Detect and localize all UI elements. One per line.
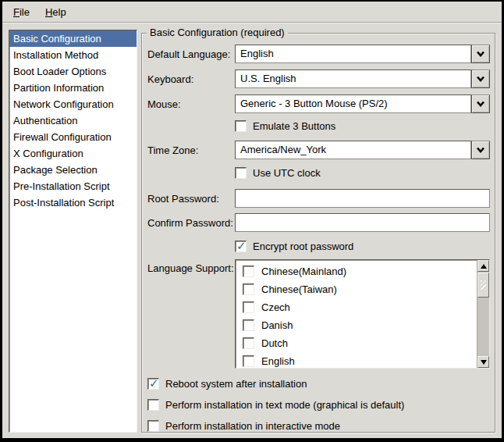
encrypt-root-password-row: Encrypt root password: [235, 240, 490, 253]
root-password-label: Root Password:: [147, 193, 235, 205]
sidebar-item-boot-loader-options[interactable]: Boot Loader Options: [9, 63, 137, 80]
sidebar-item-installation-method[interactable]: Installation Method: [9, 47, 137, 63]
use-utc-row: Use UTC clock: [235, 166, 490, 180]
chevron-down-icon: [476, 98, 485, 110]
language-dutch-label: Dutch: [261, 337, 288, 349]
time-zone-dropdown-button[interactable]: [471, 141, 490, 159]
list-item[interactable]: Chinese(Mainland): [236, 262, 476, 280]
use-utc-label: Use UTC clock: [253, 167, 321, 179]
language-chinese-taiwan-checkbox[interactable]: [243, 283, 254, 295]
sidebar-item-authentication[interactable]: Authentication: [9, 112, 137, 129]
reboot-after-install-label: Reboot system after installation: [165, 378, 307, 390]
confirm-password-field[interactable]: [235, 213, 490, 232]
list-item[interactable]: English: [236, 352, 476, 368]
confirm-password-label: Confirm Password:: [147, 217, 235, 229]
default-language-value[interactable]: English: [235, 45, 471, 63]
language-danish-checkbox[interactable]: [243, 319, 254, 331]
language-support-label: Language Support:: [147, 259, 235, 274]
root-password-field[interactable]: [235, 189, 490, 208]
groupbox-content: Default Language: English Keyboard: U.S.…: [142, 34, 495, 432]
chevron-down-icon: [476, 144, 485, 156]
interactive-mode-install-checkbox[interactable]: [147, 420, 159, 432]
reboot-after-install-checkbox[interactable]: [147, 378, 159, 390]
language-english-checkbox[interactable]: [243, 355, 254, 367]
list-item[interactable]: Czech: [236, 298, 476, 316]
sidebar-item-x-configuration[interactable]: X Configuration: [9, 145, 137, 162]
arrow-down-icon: [481, 360, 487, 365]
language-english-label: English: [261, 355, 295, 367]
sidebar-item-post-installation-script[interactable]: Post-Installation Script: [9, 194, 137, 211]
scroll-up-button[interactable]: [477, 260, 489, 272]
default-language-label: Default Language:: [147, 48, 235, 60]
emulate-3-buttons-row: Emulate 3 Buttons: [235, 119, 490, 133]
keyboard-value[interactable]: U.S. English: [235, 70, 471, 88]
reboot-after-install-row: Reboot system after installation: [147, 377, 490, 390]
encrypt-root-password-checkbox[interactable]: [235, 241, 247, 252]
text-mode-install-label: Perform installation in text mode (graph…: [165, 399, 404, 411]
time-zone-value[interactable]: America/New_York: [235, 141, 471, 159]
list-item[interactable]: Chinese(Taiwan): [236, 280, 476, 298]
list-item[interactable]: Dutch: [236, 334, 476, 352]
text-mode-install-row: Perform installation in text mode (graph…: [147, 398, 490, 412]
sidebar-item-package-selection[interactable]: Package Selection: [9, 162, 137, 178]
chevron-down-icon: [476, 73, 485, 85]
scrollbar-thumb[interactable]: [477, 273, 489, 298]
interactive-mode-install-row: Perform installation in interactive mode: [147, 419, 490, 432]
basic-configuration-groupbox: Basic Configuration (required) Default L…: [141, 33, 495, 433]
sidebar-item-partition-information[interactable]: Partition Information: [9, 80, 137, 96]
language-chinese-mainland-checkbox[interactable]: [243, 266, 254, 277]
default-language-dropdown-button[interactable]: [471, 45, 490, 63]
language-list-scrollbar[interactable]: [477, 260, 489, 368]
interactive-mode-install-label: Perform installation in interactive mode: [165, 420, 340, 432]
menu-file[interactable]: File: [5, 3, 37, 21]
arrow-up-icon: [481, 264, 487, 269]
menu-help[interactable]: Help: [37, 3, 74, 21]
mouse-label: Mouse:: [147, 98, 235, 110]
language-support-list[interactable]: Chinese(Mainland) Chinese(Taiwan) Czech: [235, 259, 490, 369]
sidebar-item-network-configuration[interactable]: Network Configuration: [9, 96, 137, 112]
emulate-3-buttons-label: Emulate 3 Buttons: [253, 120, 335, 132]
language-chinese-taiwan-label: Chinese(Taiwan): [261, 283, 337, 295]
scroll-down-button[interactable]: [477, 356, 489, 368]
kickstart-configurator-window: File Help Basic Configuration Installati…: [0, 0, 504, 442]
keyboard-label: Keyboard:: [147, 73, 235, 85]
sidebar-item-basic-configuration[interactable]: Basic Configuration: [9, 30, 137, 47]
keyboard-combo[interactable]: U.S. English: [235, 70, 490, 88]
emulate-3-buttons-checkbox[interactable]: [235, 120, 247, 132]
chevron-down-icon: [476, 48, 485, 60]
keyboard-dropdown-button[interactable]: [471, 70, 490, 88]
language-danish-label: Danish: [261, 319, 293, 331]
default-language-combo[interactable]: English: [235, 45, 490, 63]
language-chinese-mainland-label: Chinese(Mainland): [261, 266, 346, 277]
text-mode-install-checkbox[interactable]: [147, 399, 159, 411]
sidebar-item-pre-installation-script[interactable]: Pre-Installation Script: [9, 178, 137, 194]
section-list: Basic Configuration Installation Method …: [9, 30, 137, 433]
mouse-value[interactable]: Generic - 3 Button Mouse (PS/2): [235, 94, 471, 113]
use-utc-checkbox[interactable]: [235, 167, 247, 179]
language-support-items: Chinese(Mainland) Chinese(Taiwan) Czech: [236, 262, 476, 368]
list-item[interactable]: Danish: [236, 316, 476, 334]
mouse-dropdown-button[interactable]: [471, 94, 490, 113]
language-czech-checkbox[interactable]: [243, 301, 254, 313]
language-dutch-checkbox[interactable]: [243, 337, 254, 349]
time-zone-combo[interactable]: America/New_York: [235, 141, 490, 159]
mouse-combo[interactable]: Generic - 3 Button Mouse (PS/2): [235, 94, 490, 113]
time-zone-label: Time Zone:: [147, 144, 235, 156]
encrypt-root-password-label: Encrypt root password: [253, 241, 353, 252]
language-czech-label: Czech: [261, 301, 290, 313]
menu-bar: File Help: [2, 2, 502, 23]
sidebar-item-firewall-configuration[interactable]: Firewall Configuration: [9, 129, 137, 145]
